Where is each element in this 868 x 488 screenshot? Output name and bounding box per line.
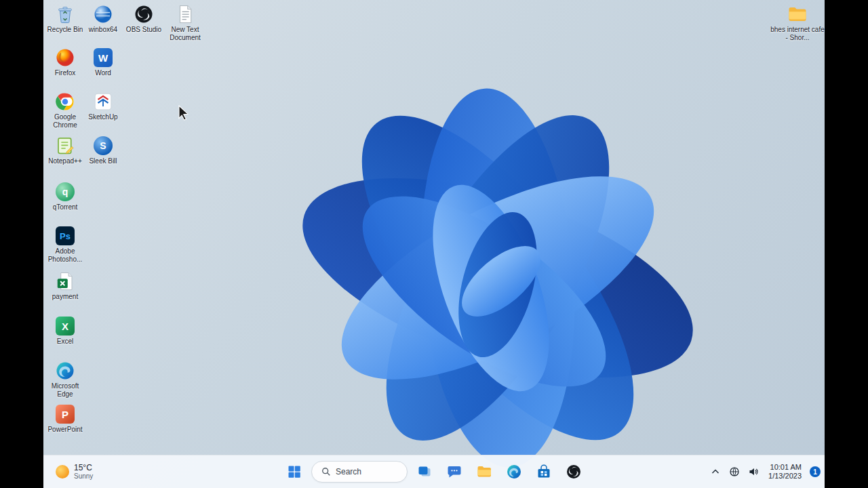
icon-label: PowerPoint [43,426,87,434]
icon-label: Firefox [43,69,87,77]
icon-label: bhes internet cafe - Shor... [770,26,825,42]
obs-taskbar-button[interactable] [561,458,587,485]
letterbox-left [0,0,43,488]
icon-label: Adobe Photosho... [43,247,87,264]
sun-icon [56,465,69,479]
edge-icon [506,464,522,480]
microsoft-store-icon [536,464,552,480]
weather-condition: Sunny [74,472,93,481]
edge-icon [55,361,75,381]
desktop-icon-shared-folder[interactable]: bhes internet cafe - Shor... [770,4,825,42]
icon-label: payment [43,293,87,301]
obs-icon [134,4,154,24]
task-view-button[interactable] [412,458,437,485]
tray-overflow-button[interactable] [707,458,724,485]
obs-icon [566,464,582,480]
icon-label: Google Chrome [43,113,87,129]
desktop-icon-powerpoint[interactable]: P PowerPoint [43,404,87,434]
chrome-icon [55,92,75,112]
icon-label: New Text Document [163,26,207,42]
taskbar-center: Search [281,455,587,488]
chevron-up-icon [710,466,721,477]
desktop-icon-new-text-document[interactable]: New Text Document [163,4,207,42]
search-label: Search [336,467,361,476]
icon-label: Recycle Bin [43,26,87,34]
icon-label: OBS Studio [122,26,165,34]
desktop-icon-microsoft-edge[interactable]: Microsoft Edge [43,361,87,399]
chat-button[interactable] [441,458,467,485]
photoshop-icon: Ps [55,226,75,246]
system-tray: 10:01 AM 1/13/2023 1 [707,455,821,488]
screen: Recycle Bin Firefox Google Chrome Notepa… [0,0,868,488]
word-glyph: W [94,48,113,67]
desktop-icon-word[interactable]: W Word [81,47,125,77]
excel-file-icon [55,271,75,291]
icon-label: winbox64 [81,26,125,34]
desktop-icon-photoshop[interactable]: Ps Adobe Photosho... [43,226,87,264]
qtorrent-icon: q [55,182,75,202]
weather-temperature: 15°C [74,463,93,472]
desktop-icon-firefox[interactable]: Firefox [43,47,87,77]
file-explorer-icon [476,464,492,480]
task-view-icon [416,464,433,480]
desktop-icon-sketchup[interactable]: SketchUp [81,92,125,121]
wallpaper-bloom [193,34,803,488]
excel-glyph: X [56,317,75,336]
windows-logo-icon [286,464,302,480]
notepad-plus-plus-icon [55,136,75,156]
desktop-icon-obs-studio[interactable]: OBS Studio [122,4,165,34]
desktop-icon-sleek-bill[interactable]: S Sleek Bill [81,136,125,165]
desktop-icon-winbox64[interactable]: winbox64 [81,4,125,34]
powerpoint-glyph: P [56,405,75,424]
network-button[interactable] [726,458,743,485]
search-icon [321,467,331,476]
icon-label: Microsoft Edge [43,382,87,399]
photoshop-glyph: Ps [56,226,75,245]
sketchup-icon [93,92,113,112]
winbox-icon [93,4,113,24]
chat-icon [446,464,462,480]
firefox-icon [55,47,75,68]
powerpoint-icon: P [55,404,75,424]
recycle-bin-icon [55,4,75,24]
weather-widget[interactable]: 15°C Sunny [50,455,98,488]
icon-label: Sleek Bill [81,157,125,165]
desktop-icon-excel[interactable]: X Excel [43,316,87,346]
file-explorer-button[interactable] [471,458,497,485]
clock-date: 1/13/2023 [768,472,802,481]
text-document-icon [175,4,195,24]
desktop-icon-payment[interactable]: payment [43,271,87,301]
mouse-cursor [178,105,190,121]
microsoft-store-button[interactable] [531,458,557,485]
volume-button[interactable] [745,458,762,485]
search-box[interactable]: Search [311,461,408,483]
desktop[interactable]: Recycle Bin Firefox Google Chrome Notepa… [43,0,825,488]
folder-icon [787,4,808,24]
qtorrent-glyph: q [56,182,75,201]
clock-time: 10:01 AM [770,463,802,472]
desktop-icon-qtorrent[interactable]: q qTorrent [43,182,87,211]
icon-label: Word [81,69,125,77]
notification-badge[interactable]: 1 [810,466,821,477]
icon-label: Excel [43,338,87,346]
word-icon: W [93,47,113,68]
letterbox-right [825,0,868,488]
sleek-bill-icon: S [93,136,113,156]
desktop-icon-recycle-bin[interactable]: Recycle Bin [43,4,87,34]
clock[interactable]: 10:01 AM 1/13/2023 [764,463,806,481]
icon-label: Notepad++ [43,157,87,165]
icon-label: qTorrent [43,203,87,211]
icon-label: SketchUp [81,113,125,121]
speaker-icon [748,466,759,477]
edge-taskbar-button[interactable] [501,458,527,485]
desktop-icon-google-chrome[interactable]: Google Chrome [43,92,87,129]
start-button[interactable] [281,458,307,485]
excel-icon: X [55,316,75,336]
taskbar: 15°C Sunny Search [43,455,825,488]
network-globe-icon [729,466,740,477]
sleek-bill-glyph: S [94,136,113,155]
desktop-icon-notepad-plus-plus[interactable]: Notepad++ [43,136,87,165]
